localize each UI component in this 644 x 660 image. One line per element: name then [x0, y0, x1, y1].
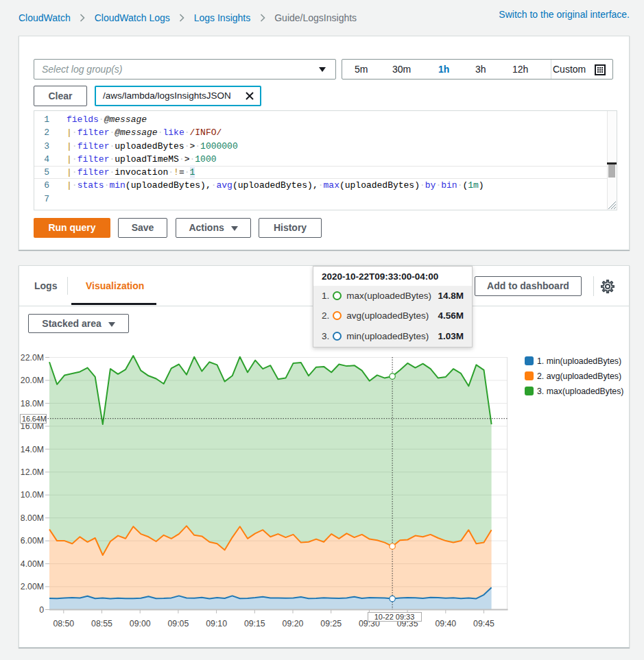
svg-text:2.00M: 2.00M [21, 582, 44, 591]
svg-text:09:10: 09:10 [206, 619, 227, 628]
svg-text:18.0M: 18.0M [21, 399, 44, 408]
svg-text:09:45: 09:45 [473, 619, 494, 628]
svg-text:4.00M: 4.00M [21, 559, 44, 569]
svg-text:10.0M: 10.0M [21, 490, 44, 500]
svg-text:10-22 09:33: 10-22 09:33 [374, 613, 415, 621]
svg-text:09:40: 09:40 [435, 619, 456, 628]
svg-text:0: 0 [39, 605, 44, 615]
svg-text:16.64M: 16.64M [22, 415, 47, 423]
svg-text:09:20: 09:20 [283, 619, 304, 628]
svg-text:22.0M: 22.0M [21, 353, 44, 363]
svg-text:09:15: 09:15 [244, 619, 265, 628]
svg-text:20.0M: 20.0M [21, 376, 44, 385]
svg-text:8.00M: 8.00M [21, 513, 44, 523]
svg-text:6.00M: 6.00M [21, 536, 44, 546]
svg-text:09:25: 09:25 [320, 619, 342, 628]
svg-text:09:00: 09:00 [130, 619, 151, 628]
svg-text:08:55: 08:55 [91, 619, 112, 628]
svg-text:12.0M: 12.0M [21, 467, 44, 477]
svg-text:14.0M: 14.0M [21, 445, 44, 454]
svg-text:08:50: 08:50 [53, 619, 74, 628]
svg-text:09:05: 09:05 [168, 619, 189, 628]
